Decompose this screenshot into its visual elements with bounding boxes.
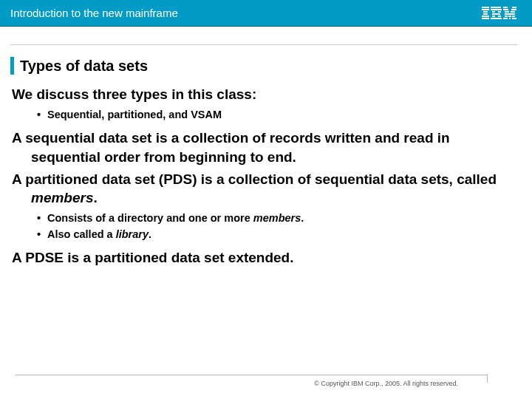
svg-rect-9 <box>498 11 501 13</box>
svg-rect-19 <box>505 11 509 13</box>
text-fragment: A partitioned data set (PDS) is a collec… <box>12 171 497 187</box>
svg-rect-16 <box>512 7 516 8</box>
text-fragment: Also called a <box>47 228 116 240</box>
paragraph-sequential: A sequential data set is a collection of… <box>10 129 517 166</box>
text-fragment: . <box>149 228 151 240</box>
svg-rect-23 <box>508 16 511 17</box>
svg-rect-10 <box>492 13 500 15</box>
svg-rect-7 <box>491 9 502 10</box>
paragraph-pdse: A PDSE is a partitioned data set extende… <box>10 248 517 267</box>
svg-rect-22 <box>505 16 508 17</box>
ibm-logo <box>482 7 517 20</box>
svg-rect-0 <box>482 7 489 8</box>
list-item: Consists of a directory and one or more … <box>37 211 517 227</box>
text-fragment: Consists of a directory and one or more <box>47 212 253 224</box>
pds-bullet-list: Consists of a directory and one or more … <box>10 211 517 243</box>
svg-rect-4 <box>482 16 489 17</box>
svg-rect-25 <box>503 18 508 19</box>
emphasis-library: library <box>116 228 149 240</box>
paragraph-partitioned: A partitioned data set (PDS) is a collec… <box>10 170 517 208</box>
section-accent-bar <box>10 57 14 75</box>
svg-rect-21 <box>505 13 515 15</box>
svg-rect-15 <box>503 7 508 8</box>
svg-rect-18 <box>511 9 516 10</box>
svg-rect-20 <box>511 11 515 13</box>
svg-rect-14 <box>491 18 501 18</box>
svg-rect-27 <box>512 18 516 19</box>
svg-rect-3 <box>483 13 488 15</box>
text-fragment: . <box>301 212 304 224</box>
svg-rect-1 <box>482 9 489 10</box>
list-item: Sequential, partitioned, and VSAM <box>37 107 517 123</box>
list-item: Also called a library. <box>37 227 517 243</box>
section-title-row: Types of data sets <box>10 44 517 75</box>
header-title: Introduction to the new mainframe <box>10 7 178 19</box>
content-area: Types of data sets We discuss three type… <box>0 27 532 267</box>
footer: © Copyright IBM Corp., 2005. All rights … <box>0 375 532 387</box>
svg-rect-5 <box>482 18 489 19</box>
svg-rect-11 <box>492 16 495 17</box>
svg-rect-26 <box>509 18 511 19</box>
emphasis-members: members <box>31 190 94 205</box>
svg-rect-17 <box>503 9 508 10</box>
header-bar: Introduction to the new mainframe <box>0 0 532 27</box>
text-fragment: . <box>94 190 98 205</box>
emphasis-members: members <box>253 212 301 224</box>
footer-copyright: © Copyright IBM Corp., 2005. All rights … <box>15 380 488 387</box>
svg-rect-24 <box>512 16 515 17</box>
intro-line: We discuss three types in this class: <box>10 85 517 104</box>
svg-rect-6 <box>491 7 501 8</box>
svg-rect-2 <box>483 11 488 13</box>
svg-rect-12 <box>498 16 501 17</box>
section-title: Types of data sets <box>20 58 148 75</box>
intro-bullet-list: Sequential, partitioned, and VSAM <box>10 107 517 123</box>
footer-tick-mark <box>487 374 488 383</box>
footer-divider <box>15 375 488 375</box>
svg-rect-8 <box>492 11 495 13</box>
